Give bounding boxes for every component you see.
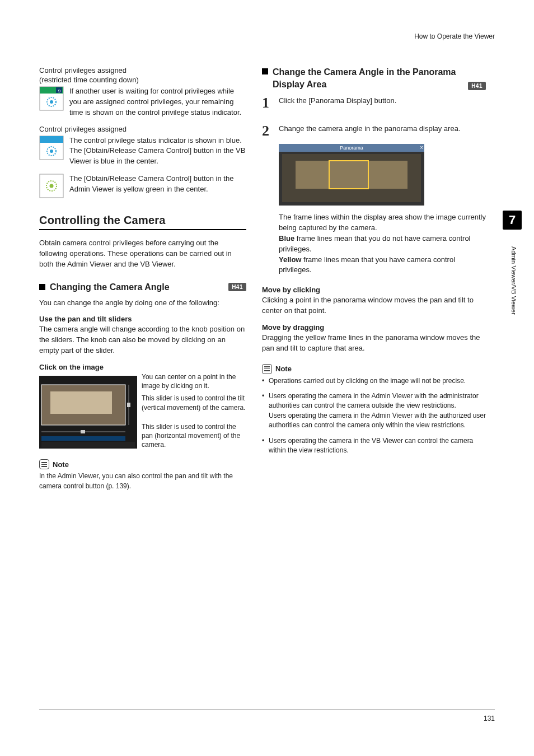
- section-heading: Control privileges assigned: [39, 66, 246, 74]
- svg-point-5: [50, 100, 53, 104]
- sub-heading: Use the pan and tilt sliders: [39, 315, 246, 323]
- annotated-image-row: You can center on a point in the image b…: [39, 372, 246, 449]
- bullet-text: Users operating the camera in the Admin …: [269, 392, 479, 409]
- svg-point-9: [50, 150, 53, 153]
- note-label: Note: [275, 365, 292, 373]
- page: How to Operate the Viewer Control privil…: [0, 0, 534, 756]
- body-text: Dragging the yellow frame lines in the p…: [262, 333, 486, 354]
- icon-text-block: The [Obtain/Release Camera Control] butt…: [39, 174, 246, 198]
- bullet-item: Users operating the camera in the Admin …: [262, 391, 486, 431]
- sub-heading: Move by clicking: [262, 286, 486, 294]
- step-text: Change the camera angle in the panorama …: [279, 124, 461, 138]
- note-body: In the Admin Viewer, you can also contro…: [39, 472, 246, 491]
- sub-heading: Click on the image: [39, 363, 246, 371]
- step-text: Click the [Panorama Display] button.: [279, 96, 396, 110]
- h2-rule: [39, 229, 246, 230]
- annotation-text: This slider is used to control the tilt …: [142, 394, 246, 412]
- viewer-screenshot: [39, 376, 137, 449]
- body-text: The camera angle will change according t…: [39, 324, 246, 356]
- bold-word: Yellow: [279, 255, 301, 264]
- note-icon: [262, 364, 272, 374]
- model-tag: H41: [228, 283, 246, 291]
- chapter-label: Admin Viewer/VB Viewer: [510, 246, 517, 315]
- annotation-column: You can center on a point in the image b…: [142, 372, 246, 449]
- svg-rect-7: [40, 136, 63, 143]
- bold-word: Blue: [279, 234, 294, 242]
- note-label: Note: [53, 460, 69, 469]
- page-number: 131: [484, 715, 495, 722]
- step-number: 1: [262, 96, 273, 110]
- note-bullets: Operations carried out by clicking on th…: [262, 376, 486, 456]
- model-tag: H41: [468, 82, 486, 90]
- caption-rest: frame lines mean that you do not have ca…: [279, 234, 471, 253]
- icon-text-block: The control privilege status indicator i…: [39, 136, 246, 167]
- body-text: Obtain camera control privileges before …: [39, 238, 246, 270]
- svg-text:9: 9: [58, 88, 61, 94]
- text-group: The control privilege status indicator i…: [69, 136, 246, 167]
- chapter-tab: 7: [503, 211, 522, 230]
- caption-rest: frame lines mean that you have camera co…: [279, 255, 455, 274]
- annotation-text: This slider is used to control the pan (…: [142, 422, 246, 450]
- svg-rect-15: [50, 391, 112, 414]
- h3-heading: Change the Camera Angle in the Panorama …: [273, 66, 463, 90]
- step-2: 2 Change the camera angle in the panoram…: [262, 124, 486, 138]
- note-header: Note: [39, 459, 246, 469]
- svg-rect-22: [41, 442, 135, 447]
- status-indicator-green-icon: [39, 174, 64, 198]
- body-text: If another user is waiting for control p…: [69, 86, 246, 118]
- footer-rule: [39, 710, 495, 710]
- section-subheading: (restricted time counting down): [39, 76, 246, 84]
- section-heading: Control privileges assigned: [39, 125, 246, 133]
- caption-text: The frame lines within the display area …: [279, 212, 486, 234]
- h3-row: Change the Camera Angle in the Panorama …: [262, 66, 486, 90]
- square-bullet-icon: [39, 284, 45, 290]
- svg-rect-20: [81, 430, 85, 433]
- panorama-screenshot: Panorama ×: [279, 144, 424, 206]
- h3-heading: Changing the Camera Angle: [50, 282, 224, 292]
- left-column: Control privileges assigned (restricted …: [39, 66, 246, 491]
- bullet-text: Users operating the camera in the Admin …: [269, 412, 486, 429]
- svg-rect-24: [296, 161, 407, 189]
- h3-row: Changing the Camera Angle H41: [39, 282, 246, 292]
- body-text: You can change the angle by doing one of…: [39, 298, 246, 309]
- svg-point-12: [50, 184, 54, 188]
- body-text: The [Obtain/Release Camera Control] butt…: [69, 174, 246, 198]
- step-number: 2: [262, 124, 273, 138]
- bullet-item: Users operating the camera in the VB Vie…: [262, 436, 486, 456]
- icon-text-block: 9 If another user is waiting for control…: [39, 86, 246, 118]
- status-indicator-blue-icon: [39, 136, 64, 160]
- body-text: The control privilege status indicator i…: [69, 136, 246, 146]
- body-text: Clicking a point in the panorama window …: [262, 295, 486, 316]
- caption-text: Yellow frame lines mean that you have ca…: [279, 255, 486, 276]
- note-icon: [39, 459, 49, 469]
- status-indicator-countdown-icon: 9: [39, 86, 64, 111]
- body-text: The [Obtain/Release Camera Control] butt…: [69, 146, 246, 167]
- annotation-text: You can center on a point in the image b…: [142, 372, 246, 390]
- sub-heading: Move by dragging: [262, 323, 486, 332]
- two-column-layout: Control privileges assigned (restricted …: [39, 66, 503, 491]
- step-1: 1 Click the [Panorama Display] button.: [262, 96, 486, 110]
- bullet-item: Operations carried out by clicking on th…: [262, 376, 486, 386]
- right-column: Change the Camera Angle in the Panorama …: [262, 66, 486, 491]
- h2-heading: Controlling the Camera: [39, 214, 246, 227]
- caption-text: Blue frame lines mean that you do not ha…: [279, 234, 486, 255]
- svg-rect-18: [127, 403, 130, 407]
- square-bullet-icon: [262, 68, 268, 74]
- running-header: How to Operate the Viewer: [414, 32, 495, 40]
- note-header: Note: [262, 364, 486, 374]
- svg-rect-21: [41, 436, 125, 441]
